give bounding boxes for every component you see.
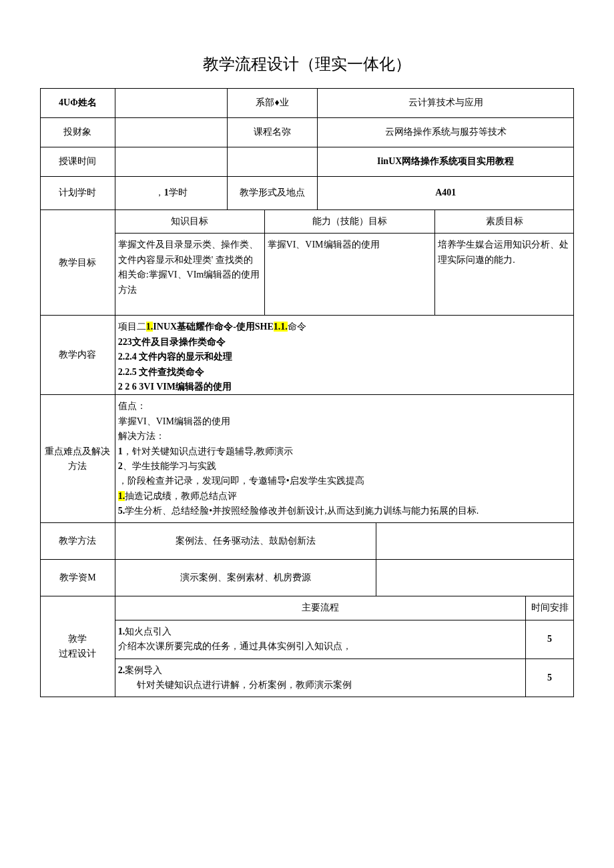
row-name: 4UΦ姓名 系部♦业 云计算技术与应用 xyxy=(41,89,574,118)
label-time: 授课时间 xyxy=(41,147,115,177)
value-content: 项目二1.INUX基础耀作命令-使用SHE1.1.命令 223文件及目录操作类命… xyxy=(115,316,573,395)
diff-l6: ，阶段检查并记录，发现问即，专邀辅导•启发学生实践提高 xyxy=(118,474,571,488)
label-book xyxy=(227,147,318,177)
value-resource: 演示案例、案例素材、机房费源 xyxy=(115,560,376,596)
value-method: 案例法、任务驱动法、鼓励创新法 xyxy=(115,523,376,560)
lesson-plan-table: 4UΦ姓名 系部♦业 云计算技术与应用 投财象 课程名弥 云网络操作系统与服芬等… xyxy=(40,88,574,697)
process-r1-text: 1.知火点引入介绍本次课所要完成的任务，通过具体实例引入知识点， xyxy=(115,620,525,659)
row-time: 授课时间 IinUX网络操作系统项目实用教程 xyxy=(41,147,574,177)
row-goal-values: 掌握文件及目录显示类、操作类、文件内容显示和处理类' 查找类的相关命:掌握VI、… xyxy=(41,234,574,316)
content-l1b: 1. xyxy=(146,322,154,332)
label-resource: 教学资M xyxy=(41,560,115,596)
row-method: 教学方法 案例法、任务驱动法、鼓励创新法 xyxy=(41,523,574,560)
content-l4: 2.2.5 文件查找类命令 xyxy=(118,365,571,380)
goal-h3: 素质目标 xyxy=(435,210,574,234)
goal-c3: 培养学生媒合运用知识分析、处理实际问遨的能力. xyxy=(435,234,574,316)
diff-l3: 解决方法： xyxy=(118,429,571,444)
label-process: 敦学过程设计 xyxy=(41,596,115,697)
value-target xyxy=(115,118,227,147)
process-r1-time: 5 xyxy=(526,620,574,659)
value-difficulty: 值点： 掌握VI、VIM编辑器的使用 解决方法： 1，针对关键知识点进行专题辅导… xyxy=(115,395,573,523)
diff-l7b: 抽造记成绩，教师总结点评 xyxy=(125,491,237,501)
process-h2: 时间安排 xyxy=(526,596,574,620)
diff-l1: 值点： xyxy=(118,399,571,414)
row-difficulty: 重点难点及解决方法 值点： 掌握VI、VIM编辑器的使用 解决方法： 1，针对关… xyxy=(41,395,574,523)
process-r2-time: 5 xyxy=(526,659,574,697)
value-dept: 云计算技术与应用 xyxy=(318,89,574,118)
label-course: 课程名弥 xyxy=(227,118,318,147)
method-blank xyxy=(376,523,574,560)
diff-l2: 掌握VI、VIM编辑器的使用 xyxy=(118,414,571,429)
label-content: 教学内容 xyxy=(41,316,115,395)
row-resource: 教学资M 演示案例、案例素材、机房费源 xyxy=(41,560,574,596)
value-book: IinUX网络操作系统项目实用教程 xyxy=(318,147,574,177)
value-time xyxy=(115,147,227,177)
row-process-2: 2.案例导入 针对关键知识点进行讲解，分析案例，教师演示案例 5 xyxy=(41,659,574,697)
label-hours: 计划学时 xyxy=(41,177,115,210)
diff-l7a: 1. xyxy=(118,491,125,501)
value-hours: ，1学时 xyxy=(115,177,227,210)
content-l1c: INUX基础耀作命令-使用SHE xyxy=(153,322,273,332)
resource-blank xyxy=(376,560,574,596)
row-process-1: 1.知火点引入介绍本次课所要完成的任务，通过具体实例引入知识点， 5 xyxy=(41,620,574,659)
row-process-header: 敦学过程设计 主要流程 时间安排 xyxy=(41,596,574,620)
content-l1e: 命令 xyxy=(288,322,306,332)
row-hours: 计划学时 ，1学时 教学形式及地点 A401 xyxy=(41,177,574,210)
label-goals: 教学目标 xyxy=(41,210,115,316)
goal-c2: 掌握VI、VIM编辑器的使用 xyxy=(264,234,435,316)
document-page: 教学流程设计（理实一体化） 4UΦ姓名 系部♦业 云计算技术与应用 投财象 课程… xyxy=(40,53,574,697)
content-l5: 2 2 6 3VI VIM编辑器的使用 xyxy=(118,380,571,395)
goal-c1: 掌握文件及目录显示类、操作类、文件内容显示和处理类' 查找类的相关命:掌握VI、… xyxy=(115,234,264,316)
label-method: 教学方法 xyxy=(41,523,115,560)
value-form: A401 xyxy=(318,177,574,210)
label-target: 投财象 xyxy=(41,118,115,147)
goal-h2: 能力（技能）目标 xyxy=(264,210,435,234)
label-name: 4UΦ姓名 xyxy=(41,89,115,118)
row-target: 投财象 课程名弥 云网络操作系统与服芬等技术 xyxy=(41,118,574,147)
label-form: 教学形式及地点 xyxy=(227,177,318,210)
value-name xyxy=(115,89,227,118)
content-l1a: 项目二 xyxy=(118,322,146,332)
content-l2: 223文件及目录操作类命令 xyxy=(118,335,571,350)
content-l3: 2.2.4 文件内容的显示和处理 xyxy=(118,350,571,364)
label-dept: 系部♦业 xyxy=(227,89,318,118)
process-h1: 主要流程 xyxy=(115,596,525,620)
value-course: 云网络操作系统与服芬等技术 xyxy=(318,118,574,147)
page-title: 教学流程设计（理实一体化） xyxy=(40,53,574,75)
process-r2-text: 2.案例导入 针对关键知识点进行讲解，分析案例，教师演示案例 xyxy=(115,659,525,697)
content-l1d: 1.1. xyxy=(274,322,288,332)
goal-h1: 知识目标 xyxy=(115,210,264,234)
label-difficulty: 重点难点及解决方法 xyxy=(41,395,115,523)
row-content: 教学内容 项目二1.INUX基础耀作命令-使用SHE1.1.命令 223文件及目… xyxy=(41,316,574,395)
row-goal-headers: 教学目标 知识目标 能力（技能）目标 素质目标 xyxy=(41,210,574,234)
